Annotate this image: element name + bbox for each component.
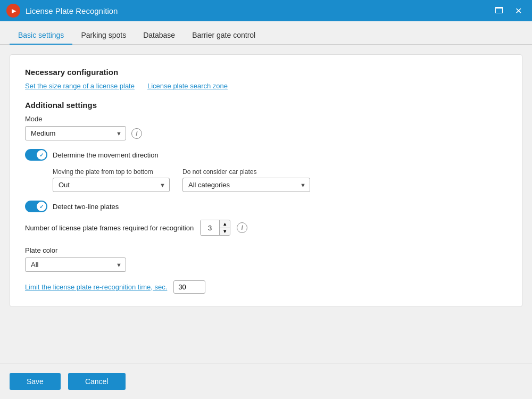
mode-info-icon[interactable]: i (131, 128, 142, 139)
main-content: Necessary configuration Set the size ran… (0, 45, 532, 363)
moving-plate-select-wrap: In Out ▼ (53, 178, 170, 192)
cancel-button[interactable]: Cancel (68, 373, 126, 390)
necessary-config-title: Necessary configuration (25, 68, 507, 77)
window-controls: 🗖 ✕ (492, 3, 526, 18)
moving-plate-label: Moving the plate from top to bottom (53, 168, 170, 176)
do-not-consider-field: Do not consider car plates All categorie… (182, 168, 310, 192)
size-range-link[interactable]: Set the size range of a license plate (25, 82, 135, 90)
frames-input[interactable]: 3 (201, 220, 220, 235)
frames-label: Number of license plate frames required … (25, 224, 194, 232)
movement-sub-settings: Moving the plate from top to bottom In O… (53, 168, 507, 192)
movement-direction-toggle[interactable] (25, 149, 47, 161)
mode-row: Low Medium High ▼ i (25, 126, 507, 140)
tab-basic-settings[interactable]: Basic settings (10, 27, 72, 45)
plate-color-select-wrap: All White Yellow Black ▼ (25, 257, 126, 272)
movement-toggle-row: Determine the movement direction (25, 149, 507, 161)
movement-toggle-label: Determine the movement direction (53, 151, 159, 159)
footer: Save Cancel (0, 363, 532, 399)
toggle-knob (37, 150, 46, 160)
config-links-row: Set the size range of a license plate Li… (25, 82, 507, 90)
moving-plate-field: Moving the plate from top to bottom In O… (53, 168, 170, 192)
necessary-config-section: Necessary configuration Set the size ran… (25, 68, 507, 90)
moving-plate-select[interactable]: In Out (53, 178, 170, 192)
rerecog-row: Limit the license plate re-recognition t… (25, 280, 507, 294)
title-bar: License Plate Recognition 🗖 ✕ (0, 0, 532, 21)
frames-row: Number of license plate frames required … (25, 220, 507, 236)
two-line-plates-toggle[interactable] (25, 201, 47, 212)
frames-input-wrap: 3 ▲ ▼ (200, 220, 230, 236)
tab-database[interactable]: Database (135, 27, 184, 45)
minimize-button[interactable]: 🗖 (492, 3, 506, 18)
save-button[interactable]: Save (10, 373, 61, 390)
frames-info-icon[interactable]: i (237, 222, 247, 233)
rerecog-input[interactable] (173, 280, 205, 294)
title-bar-left: License Plate Recognition (6, 4, 118, 18)
rerecog-label[interactable]: Limit the license plate re-recognition t… (25, 283, 167, 291)
app-logo (6, 4, 20, 18)
mode-select[interactable]: Low Medium High (25, 126, 126, 140)
plate-color-label: Plate color (25, 246, 507, 254)
tab-barrier-gate-control[interactable]: Barrier gate control (184, 27, 264, 45)
frames-decrement-button[interactable]: ▼ (220, 228, 230, 235)
mode-label: Mode (25, 115, 507, 123)
two-line-toggle-label: Detect two-line plates (53, 203, 119, 211)
two-line-toggle-row: Detect two-line plates (25, 201, 507, 212)
frames-increment-button[interactable]: ▲ (220, 220, 230, 228)
additional-settings-title: Additional settings (25, 101, 507, 110)
movement-sub-row: Moving the plate from top to bottom In O… (53, 168, 507, 192)
two-line-toggle-knob (37, 202, 46, 211)
additional-settings-section: Additional settings Mode Low Medium High… (25, 101, 507, 294)
do-not-consider-select-wrap: All categories None Motorcycles ▼ (182, 178, 310, 192)
frames-spinner: ▲ ▼ (220, 220, 230, 235)
do-not-consider-select[interactable]: All categories None Motorcycles (182, 178, 310, 192)
plate-color-select[interactable]: All White Yellow Black (25, 257, 126, 272)
tab-bar: Basic settings Parking spots Database Ba… (0, 21, 532, 45)
settings-card: Necessary configuration Set the size ran… (10, 54, 522, 307)
window-title: License Plate Recognition (26, 6, 118, 15)
tab-parking-spots[interactable]: Parking spots (72, 27, 135, 45)
do-not-consider-label: Do not consider car plates (182, 168, 310, 176)
search-zone-link[interactable]: License plate search zone (147, 82, 228, 90)
mode-select-wrap: Low Medium High ▼ (25, 126, 126, 140)
close-button[interactable]: ✕ (511, 3, 526, 18)
plate-color-section: Plate color All White Yellow Black ▼ (25, 246, 507, 272)
